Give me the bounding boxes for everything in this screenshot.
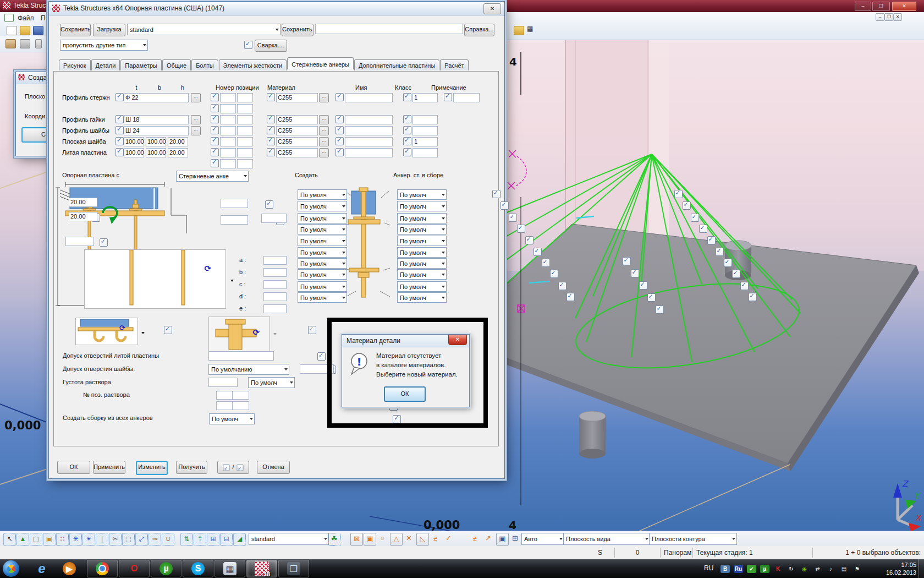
snap-cut[interactable]: ✂ xyxy=(109,533,122,546)
right-offset2-field[interactable] xyxy=(221,215,248,225)
profile-field[interactable]: Ф 22 xyxy=(124,93,189,102)
load-button[interactable]: Загрузка xyxy=(93,24,125,36)
material-checkbox[interactable] xyxy=(267,115,275,123)
create-default-checkbox-5[interactable] xyxy=(525,236,534,244)
material-browse-button[interactable]: ... xyxy=(319,93,329,102)
position-field-1[interactable] xyxy=(220,148,236,157)
anchor-dim-checkbox-5[interactable] xyxy=(656,306,664,314)
snap-geometry[interactable]: ▢ xyxy=(30,533,42,546)
assembly-default-checkbox-7[interactable] xyxy=(724,259,732,267)
grout-default-combo[interactable]: По умолч xyxy=(248,377,295,388)
position-field-1[interactable] xyxy=(220,104,236,113)
create-default-checkbox-3[interactable] xyxy=(509,214,517,222)
view-plane-combo[interactable]: Плоскость вида xyxy=(563,533,650,545)
save-as-button[interactable]: Сохранить к xyxy=(282,24,314,36)
assembly-default-checkbox-5[interactable] xyxy=(707,236,716,244)
assembly-default-combo-7[interactable]: По умолч xyxy=(397,258,447,269)
depth-up-down[interactable]: ⇅ xyxy=(180,533,193,546)
snap-reference-points[interactable]: ▲ xyxy=(16,533,29,546)
vk-tray-icon[interactable]: B xyxy=(721,565,730,573)
assembly-default-combo-9[interactable]: По умолч xyxy=(397,281,447,292)
material-field[interactable]: C255 xyxy=(276,93,318,102)
select-filter-off[interactable]: ⊠ xyxy=(350,533,363,546)
profile-field[interactable]: Ш 24 xyxy=(124,126,189,135)
assembly-default-combo-4[interactable]: По умолч xyxy=(397,224,447,235)
select-cross[interactable]: ✕ xyxy=(403,533,415,544)
show-desktop-button[interactable] xyxy=(919,559,924,578)
create-default-combo-7[interactable]: По умолч xyxy=(298,258,347,269)
assembly-default-combo-6[interactable]: По умолч xyxy=(397,247,447,258)
note-field[interactable] xyxy=(453,93,480,102)
close-button[interactable]: ✕ xyxy=(892,2,916,11)
save-button[interactable]: Сохранить xyxy=(60,24,91,36)
refresh-icon[interactable]: ⟳ xyxy=(119,324,125,332)
create-default-combo-5[interactable]: По умолч xyxy=(298,236,347,246)
assembly-default-checkbox-4[interactable] xyxy=(699,225,707,233)
save-model-icon[interactable] xyxy=(33,26,43,35)
tab-3[interactable]: Параметры xyxy=(120,59,162,70)
chrome-taskbar-button[interactable] xyxy=(87,560,118,577)
create-default-combo-3[interactable]: По умолч xyxy=(298,213,347,223)
class-checkbox[interactable] xyxy=(403,93,411,101)
class-field[interactable] xyxy=(413,148,438,157)
punto-switcher-tray-icon[interactable]: Ru xyxy=(734,565,743,573)
keyboard-icon[interactable]: ▦ xyxy=(527,25,533,32)
browse-button[interactable]: ... xyxy=(191,115,201,124)
name-field[interactable] xyxy=(345,126,393,135)
grid-step-down[interactable]: ⊞ xyxy=(207,533,219,546)
ok-button[interactable]: ОК xyxy=(57,461,90,474)
right-offset1-checkbox[interactable] xyxy=(265,200,273,209)
anchor-dim-checkbox-2[interactable] xyxy=(631,269,639,277)
hook-dropdown-icon[interactable] xyxy=(141,332,145,334)
tekla-structures-taskbar-button[interactable]: 18 xyxy=(246,560,277,577)
snap-settings-icon[interactable]: ☘ xyxy=(328,533,340,546)
view-solid[interactable]: ▣ xyxy=(496,533,509,546)
tab-6[interactable]: Элементы жесткости xyxy=(219,59,287,70)
dialog-titlebar[interactable]: Tekla Structures x64 Опорная пластина (С… xyxy=(49,2,504,16)
grout-pos-field2[interactable] xyxy=(232,391,249,400)
view-close-button[interactable]: ✕ xyxy=(893,13,902,21)
error-ok-button[interactable]: ОК xyxy=(384,386,426,402)
snap-perpendicular[interactable]: ✴ xyxy=(82,533,95,546)
nvidia-tray-icon[interactable]: ◉ xyxy=(800,565,809,573)
anchor-dim-field-3[interactable] xyxy=(263,280,287,289)
cast-tolerance-field[interactable] xyxy=(208,351,274,361)
grout-field[interactable] xyxy=(208,378,238,387)
create-default-combo-6[interactable]: По умолч xyxy=(298,247,347,258)
anchor-dim-field-5[interactable] xyxy=(263,304,287,313)
position-field-2[interactable] xyxy=(237,93,253,102)
position-field-2[interactable] xyxy=(237,104,253,113)
new-model-icon[interactable] xyxy=(7,26,17,35)
dimension-field[interactable]: 100.00 xyxy=(146,148,166,157)
dimension-field[interactable]: 100.00 xyxy=(146,137,166,146)
toggle-checkboxes-button[interactable]: / xyxy=(217,461,249,474)
start-button[interactable] xyxy=(3,560,19,577)
washer-tolerance-combo[interactable]: По умолчанию xyxy=(208,364,289,375)
assembly-default-checkbox-6[interactable] xyxy=(716,248,724,256)
position-checkbox[interactable] xyxy=(211,126,219,134)
assembly-default-combo-2[interactable]: По умолч xyxy=(397,201,447,211)
grout-pos-field4[interactable] xyxy=(232,401,249,410)
depth-mode-combo[interactable]: Авто xyxy=(521,533,564,545)
weld-checkbox[interactable] xyxy=(244,41,252,49)
select-ok[interactable]: ✓ xyxy=(443,533,454,544)
view-points[interactable]: ⊞ xyxy=(509,533,521,544)
grid-step-up[interactable]: ⊟ xyxy=(220,533,233,546)
row-checkbox[interactable] xyxy=(116,93,124,101)
modify-button[interactable]: Изменить xyxy=(136,461,168,475)
position-checkbox[interactable] xyxy=(211,137,219,145)
material-checkbox[interactable] xyxy=(267,126,275,134)
hook-type-selector[interactable]: ⟳ xyxy=(75,318,138,345)
snap-select-arrow[interactable]: ↖ xyxy=(3,533,16,546)
select-point[interactable]: ○ xyxy=(377,533,388,544)
opera-taskbar-button[interactable]: O xyxy=(119,560,150,577)
tab-4[interactable]: Общие xyxy=(162,59,191,70)
grout-pos-field3[interactable] xyxy=(216,401,233,410)
position-checkbox[interactable] xyxy=(211,93,219,101)
app-menu-icon[interactable] xyxy=(4,14,14,22)
position-field-2[interactable] xyxy=(237,148,253,157)
cast-tolerance-checkbox[interactable] xyxy=(317,352,326,361)
class-checkbox[interactable] xyxy=(403,148,411,156)
menu-edit[interactable]: П xyxy=(41,14,46,22)
name-field[interactable] xyxy=(345,148,393,157)
